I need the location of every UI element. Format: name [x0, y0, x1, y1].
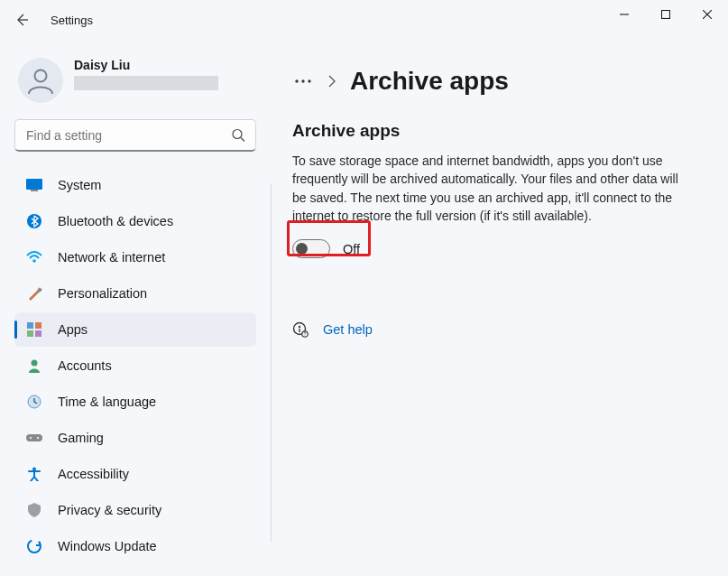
svg-point-2 — [233, 130, 242, 139]
toggle-knob — [296, 243, 308, 255]
accessibility-icon — [25, 465, 43, 483]
sidebar-item-accessibility[interactable]: Accessibility — [14, 457, 256, 491]
section-heading: Archive apps — [292, 121, 701, 141]
sidebar-item-accounts[interactable]: Accounts — [14, 348, 256, 383]
sidebar-item-time[interactable]: Time & language — [14, 385, 256, 419]
system-icon — [25, 176, 43, 194]
gaming-icon — [25, 429, 43, 447]
sidebar-item-label: Accounts — [58, 358, 112, 373]
svg-point-12 — [32, 360, 38, 367]
sidebar-item-system[interactable]: System — [14, 168, 256, 202]
svg-point-16 — [37, 437, 40, 440]
sidebar-item-label: Network & internet — [58, 250, 165, 265]
sidebar-item-label: System — [58, 178, 101, 192]
svg-rect-10 — [27, 330, 33, 337]
sidebar-item-network[interactable]: Network & internet — [14, 240, 256, 274]
svg-point-17 — [32, 468, 36, 471]
sidebar-item-label: Personalization — [58, 286, 147, 301]
maximize-button[interactable] — [645, 0, 687, 29]
close-button[interactable] — [687, 0, 728, 29]
vertical-separator — [271, 184, 272, 542]
breadcrumb-ellipsis-button[interactable] — [292, 70, 314, 92]
section-description: To save storage space and internet bandw… — [292, 152, 689, 225]
help-icon: ? — [292, 321, 309, 338]
sidebar-item-privacy[interactable]: Privacy & security — [14, 493, 256, 527]
svg-point-25 — [299, 326, 300, 328]
svg-point-19 — [295, 79, 298, 82]
shield-icon — [25, 501, 43, 519]
minimize-button[interactable] — [604, 0, 645, 29]
toggle-state-label: Off — [343, 242, 360, 256]
sidebar-nav: System Bluetooth & devices Network & int… — [14, 168, 256, 563]
svg-rect-11 — [35, 330, 41, 337]
sidebar-item-label: Windows Update — [58, 539, 157, 553]
search-container — [14, 119, 256, 152]
svg-point-21 — [308, 79, 310, 82]
sidebar-item-label: Bluetooth & devices — [58, 214, 173, 228]
page-title: Archive apps — [350, 67, 509, 96]
sidebar-item-label: Apps — [58, 322, 88, 337]
user-name: Daisy Liu — [74, 58, 218, 72]
user-email-redacted — [74, 76, 218, 90]
svg-rect-14 — [26, 434, 42, 441]
brush-icon — [25, 284, 43, 302]
breadcrumb: Archive apps — [292, 67, 701, 96]
account-icon — [25, 357, 43, 375]
sidebar-item-label: Accessibility — [58, 467, 129, 481]
svg-point-6 — [32, 259, 36, 263]
sidebar-item-apps[interactable]: Apps — [14, 312, 256, 347]
time-icon — [25, 393, 43, 411]
svg-rect-0 — [662, 11, 670, 19]
update-icon — [25, 537, 43, 555]
svg-point-15 — [30, 437, 32, 440]
sidebar-item-update[interactable]: Windows Update — [14, 529, 256, 563]
wifi-icon — [25, 248, 43, 266]
apps-icon — [25, 321, 43, 339]
sidebar-item-bluetooth[interactable]: Bluetooth & devices — [14, 204, 256, 238]
sidebar-item-label: Gaming — [58, 431, 104, 445]
sidebar-item-gaming[interactable]: Gaming — [14, 421, 256, 455]
search-icon — [232, 129, 245, 143]
sidebar-item-personalization[interactable]: Personalization — [14, 276, 256, 311]
svg-rect-9 — [35, 322, 41, 329]
search-input[interactable] — [14, 119, 256, 152]
svg-point-1 — [35, 70, 47, 82]
svg-rect-8 — [27, 322, 33, 329]
window-title: Settings — [51, 14, 93, 27]
sidebar-item-label: Time & language — [58, 395, 156, 409]
svg-rect-3 — [26, 179, 42, 190]
sidebar-item-label: Privacy & security — [58, 503, 161, 517]
svg-text:?: ? — [304, 331, 307, 337]
back-button[interactable] — [7, 5, 36, 34]
svg-point-20 — [301, 79, 304, 82]
chevron-right-icon — [328, 75, 336, 88]
svg-rect-4 — [31, 190, 38, 191]
bluetooth-icon — [25, 212, 43, 230]
archive-apps-toggle[interactable] — [292, 239, 330, 258]
get-help-link[interactable]: Get help — [323, 322, 373, 337]
avatar — [18, 58, 63, 103]
user-account-block[interactable]: Daisy Liu — [18, 58, 256, 103]
